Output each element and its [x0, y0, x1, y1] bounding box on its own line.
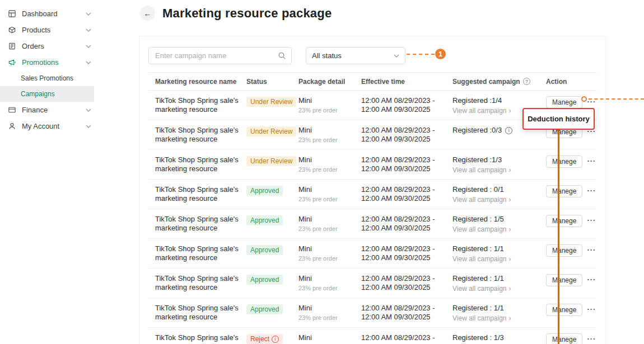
chevron-down-icon — [86, 61, 91, 64]
campaign-search-input[interactable] — [148, 47, 292, 64]
table-row: TikTok Shop Spring sale's marketing reso… — [148, 328, 596, 344]
cell-effective-time: 12:00 AM 08/29/2023 - 12:00 AM 09/30/202… — [361, 244, 452, 262]
sidebar-item-my-account[interactable]: My Account — [0, 118, 98, 134]
cell-package-detail: Mini 23% pre order — [298, 333, 361, 344]
status-badge: Approved i — [246, 304, 283, 314]
more-actions-button[interactable]: ··· — [587, 155, 596, 166]
view-all-campaign-link[interactable]: View all campaign › — [452, 255, 546, 263]
resource-name-line2: marketing resource — [155, 313, 246, 322]
search-icon — [278, 51, 286, 60]
resource-name-line2: marketing resource — [155, 224, 246, 233]
page-header: ← Marketing resource package — [140, 6, 332, 21]
sidebar-item-products[interactable]: Products — [0, 22, 98, 38]
status-info-icon[interactable]: i — [272, 336, 279, 343]
view-all-campaign-link[interactable]: View all campaign › — [452, 225, 546, 233]
cell-effective-time: 12:00 AM 08/29/2023 - 12:00 AM 09/30/202… — [361, 185, 452, 203]
cell-action: Manege ··· — [546, 304, 596, 316]
chevron-right-icon: › — [509, 255, 511, 263]
status-text: Reject — [250, 334, 269, 343]
cell-package-detail: Mini 23% pre order — [298, 155, 361, 174]
sidebar-item-finance[interactable]: Finance — [0, 102, 98, 118]
manage-button[interactable]: Manege — [546, 96, 582, 109]
more-actions-button[interactable]: ··· — [587, 304, 596, 314]
view-all-campaign-link[interactable]: View all campaign › — [452, 196, 546, 204]
status-text: Approved — [250, 246, 279, 255]
package-name: Mini — [298, 244, 361, 253]
view-all-campaign-link[interactable]: View all campaign › — [452, 166, 546, 174]
registered-count: Registered : 1/1 — [452, 244, 504, 253]
status-text: Approved — [250, 186, 279, 195]
registered-line: Registered : 1/5 i — [452, 215, 546, 224]
resource-name-line2: marketing resource — [155, 194, 246, 203]
col-header-status: Status — [246, 78, 298, 86]
more-actions-button[interactable]: ··· — [587, 333, 596, 344]
chevron-down-icon — [86, 125, 91, 128]
more-actions-button[interactable]: ··· — [587, 215, 596, 225]
status-text: Under Review — [250, 97, 292, 106]
cell-effective-time: 12:00 AM 08/29/2023 - 12:00 AM 09/30/202… — [361, 333, 452, 344]
manage-button[interactable]: Manege — [546, 304, 582, 316]
back-button[interactable]: ← — [140, 6, 155, 21]
more-actions-button[interactable]: ··· — [587, 274, 596, 285]
promotions-icon — [8, 58, 17, 67]
cell-suggested-campaign: Registered : 1/1 i View all campaign › — [452, 244, 546, 263]
sidebar-item-promotions[interactable]: Promotions — [0, 54, 98, 70]
time-start: 12:00 AM 08/29/2023 - — [361, 215, 452, 224]
cell-status: Approved i — [246, 304, 298, 314]
chevron-down-icon — [86, 109, 91, 112]
status-text: Approved — [250, 216, 279, 225]
sidebar-item-label: My Account — [22, 122, 59, 130]
more-actions-button[interactable]: ··· — [587, 244, 596, 255]
cell-suggested-campaign: Registered : 1/1 i View all campaign › — [452, 274, 546, 293]
manage-button[interactable]: Manege — [546, 274, 582, 286]
resource-name-line2: marketing resource — [155, 283, 246, 292]
registered-count: Registered : 0/1 — [452, 185, 504, 194]
sidebar-item-orders[interactable]: Orders — [0, 38, 98, 54]
col-header-effective-time: Effective time — [361, 78, 452, 86]
help-icon[interactable]: ? — [523, 78, 530, 85]
sidebar-subitem-label: Sales Promotions — [21, 74, 73, 82]
package-name: Mini — [298, 333, 361, 342]
status-filter-select[interactable]: All status — [306, 47, 405, 64]
manage-button[interactable]: Manege — [546, 155, 582, 168]
cell-resource-name: TikTok Shop Spring sale's marketing reso… — [148, 155, 246, 173]
col-header-resource-name: Marketing resource name — [148, 78, 246, 86]
cell-effective-time: 12:00 AM 08/29/2023 - 12:00 AM 09/30/202… — [361, 96, 452, 114]
more-actions-button[interactable]: ··· — [587, 185, 596, 196]
status-badge: Under Review i — [246, 126, 296, 136]
cell-action: Manege ··· — [546, 333, 596, 344]
cell-status: Approved i — [246, 185, 298, 196]
col-header-package-detail: Package detail — [298, 78, 361, 86]
view-all-campaign-link[interactable]: View all campaign › — [452, 314, 546, 322]
manage-button[interactable]: Manege — [546, 244, 582, 257]
manage-button[interactable]: Manege — [546, 333, 582, 344]
cell-status: Approved i — [246, 244, 298, 255]
sidebar-item-sales-promotions[interactable]: Sales Promotions — [0, 70, 98, 86]
time-end: 12:00 AM 09/30/2025 — [361, 194, 452, 203]
registered-line: Registered : 1/1 i — [452, 274, 546, 283]
package-name: Mini — [298, 274, 361, 283]
view-all-campaign-link[interactable]: View all campaign › — [452, 285, 546, 293]
package-name: Mini — [298, 304, 361, 313]
resource-name-line2: marketing resource — [155, 135, 246, 144]
cell-effective-time: 12:00 AM 08/29/2023 - 12:00 AM 09/30/202… — [361, 274, 452, 292]
col-header-action: Action — [546, 78, 596, 86]
sidebar-subitem-label: Campaigns — [21, 90, 55, 98]
cell-action: Manege ··· — [546, 155, 596, 168]
time-start: 12:00 AM 08/29/2023 - — [361, 155, 452, 164]
more-actions-button[interactable]: ··· — [587, 96, 596, 107]
cell-effective-time: 12:00 AM 08/29/2023 - 12:00 AM 09/30/202… — [361, 155, 452, 173]
time-start: 12:00 AM 08/29/2023 - — [361, 126, 452, 135]
registered-line: Registered : 1/3 i — [452, 333, 546, 342]
table-row: TikTok Shop Spring sale's marketing reso… — [148, 268, 596, 298]
time-end: 12:00 AM 09/30/2025 — [361, 224, 452, 233]
package-subtext: 23% pre order — [298, 255, 361, 263]
manage-button[interactable]: Manege — [546, 185, 582, 197]
registered-info-icon[interactable]: i — [505, 127, 512, 134]
deduction-history-menu-item[interactable]: Deduction history — [522, 108, 595, 130]
manage-button[interactable]: Manege — [546, 215, 582, 227]
cell-action: Manege ··· — [546, 244, 596, 257]
sidebar-item-dashboard[interactable]: Dashboard — [0, 6, 98, 22]
package-name: Mini — [298, 185, 361, 194]
sidebar-item-campaigns[interactable]: Campaigns — [0, 86, 94, 102]
